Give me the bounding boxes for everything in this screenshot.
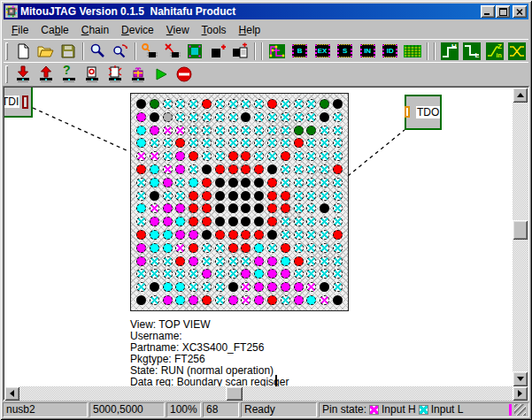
bga-pin[interactable] — [202, 112, 212, 122]
drive-high-button[interactable]: H — [439, 41, 460, 62]
bga-pin[interactable] — [306, 243, 316, 253]
bga-pin[interactable] — [228, 99, 238, 109]
bga-pin[interactable] — [163, 138, 173, 148]
bga-pin[interactable] — [189, 269, 198, 279]
bga-pin[interactable] — [306, 269, 316, 279]
bga-pin[interactable] — [320, 230, 329, 240]
scroll-down-button[interactable] — [513, 371, 528, 386]
bga-pin[interactable] — [189, 99, 198, 109]
vertical-scrollbar[interactable] — [513, 88, 528, 386]
scroll-up-button[interactable] — [513, 88, 528, 103]
bga-pin[interactable] — [175, 164, 185, 174]
bga-pin[interactable] — [267, 295, 277, 305]
bga-pin[interactable] — [241, 230, 251, 240]
bga-pin[interactable] — [306, 203, 316, 213]
bga-pin[interactable] — [254, 203, 264, 213]
add-device-list-button[interactable] — [230, 41, 251, 62]
bga-pin[interactable] — [175, 269, 185, 279]
bga-pin[interactable] — [294, 178, 304, 187]
readback-upload-button[interactable] — [35, 64, 57, 85]
stop-button[interactable] — [173, 64, 195, 85]
bga-pin[interactable] — [281, 178, 290, 187]
bga-pin[interactable] — [202, 269, 212, 279]
menu-view[interactable]: View — [160, 22, 196, 38]
bga-pin[interactable] — [215, 282, 225, 292]
bga-pin[interactable] — [136, 295, 146, 305]
menu-cable[interactable]: Cable — [35, 22, 74, 38]
autodetect-button[interactable] — [185, 41, 206, 62]
bga-pin[interactable] — [333, 112, 343, 122]
bga-pin[interactable] — [241, 282, 251, 292]
bga-pin[interactable] — [294, 282, 304, 292]
bga-pin[interactable] — [150, 164, 159, 174]
bga-pin[interactable] — [150, 282, 159, 292]
bga-pin[interactable] — [241, 126, 251, 135]
bga-pin[interactable] — [306, 151, 316, 161]
bga-pin[interactable] — [136, 282, 146, 292]
bga-pin[interactable] — [215, 191, 225, 201]
bga-pin[interactable] — [228, 138, 238, 148]
bga-pin[interactable] — [320, 178, 329, 187]
bga-pin[interactable] — [136, 151, 146, 161]
bga-pin[interactable] — [267, 243, 277, 253]
bga-pin[interactable] — [333, 138, 343, 148]
scroll-right-button[interactable] — [513, 386, 528, 401]
bga-pin[interactable] — [320, 126, 329, 135]
horizontal-scroll-thumb[interactable] — [226, 386, 243, 401]
bga-pin[interactable] — [150, 243, 159, 253]
bga-pin[interactable] — [333, 295, 343, 305]
bga-pin[interactable] — [136, 126, 146, 135]
bga-pin[interactable] — [254, 126, 264, 135]
bga-pin[interactable] — [294, 191, 304, 201]
bga-pin[interactable] — [281, 243, 290, 253]
bga-pin[interactable] — [189, 203, 198, 213]
bga-pin[interactable] — [254, 191, 264, 201]
bga-pin[interactable] — [241, 191, 251, 201]
bga-pin[interactable] — [267, 138, 277, 148]
bga-pin[interactable] — [202, 282, 212, 292]
extest-button[interactable]: EX — [312, 41, 333, 62]
resize-grip[interactable] — [514, 404, 526, 416]
bga-pin[interactable] — [150, 112, 159, 122]
bga-pin[interactable] — [267, 191, 277, 201]
bga-pin[interactable] — [175, 243, 185, 253]
bga-pin[interactable] — [333, 243, 343, 253]
bga-pin[interactable] — [254, 178, 264, 187]
bga-pin[interactable] — [175, 256, 185, 266]
bga-pin[interactable] — [294, 112, 304, 122]
bga-pin[interactable] — [228, 151, 238, 161]
bga-pin[interactable] — [267, 112, 277, 122]
bga-pin[interactable] — [175, 217, 185, 226]
bga-pin[interactable] — [202, 178, 212, 187]
bga-pin[interactable] — [136, 191, 146, 201]
bga-pin[interactable] — [215, 269, 225, 279]
bga-pin[interactable] — [254, 164, 264, 174]
bga-pin[interactable] — [175, 151, 185, 161]
bga-pin[interactable] — [215, 164, 225, 174]
bga-pin[interactable] — [163, 256, 173, 266]
bga-pin[interactable] — [163, 295, 173, 305]
bga-pin[interactable] — [202, 243, 212, 253]
toolbar-gripper[interactable] — [5, 42, 8, 60]
bga-pin[interactable] — [281, 203, 290, 213]
bga-pin[interactable] — [163, 203, 173, 213]
bga-pin[interactable] — [241, 243, 251, 253]
bga-pin[interactable] — [150, 138, 159, 148]
bga-pin[interactable] — [294, 269, 304, 279]
bga-pin[interactable] — [333, 217, 343, 226]
bga-pin[interactable] — [294, 256, 304, 266]
bga-pin[interactable] — [228, 164, 238, 174]
bga-pin[interactable] — [175, 178, 185, 187]
bga-pin[interactable] — [163, 282, 173, 292]
bga-pin[interactable] — [189, 295, 198, 305]
bga-pin[interactable] — [136, 256, 146, 266]
bga-pin[interactable] — [136, 230, 146, 240]
bga-pin[interactable] — [294, 138, 304, 148]
bga-pin[interactable] — [241, 151, 251, 161]
bga-pin[interactable] — [215, 151, 225, 161]
idcode-button[interactable]: ID — [380, 41, 401, 62]
bga-pin[interactable] — [333, 256, 343, 266]
bga-pin[interactable] — [320, 99, 329, 109]
bga-pin[interactable] — [189, 138, 198, 148]
bga-pin[interactable] — [175, 126, 185, 135]
